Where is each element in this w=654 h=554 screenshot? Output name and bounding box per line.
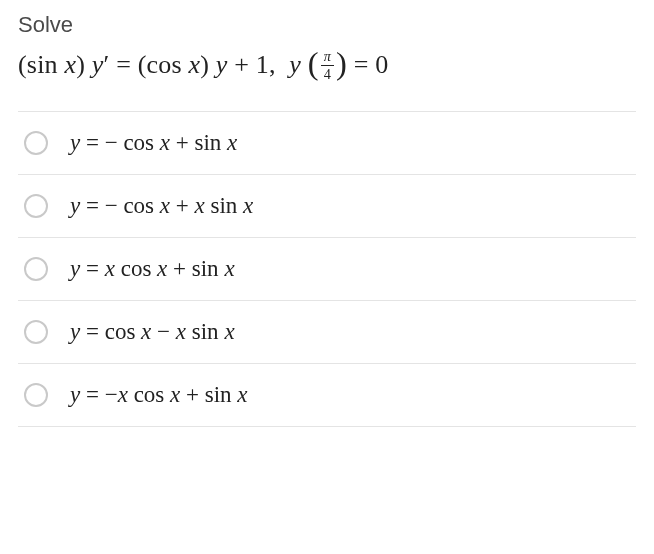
question-container: Solve (sin x) y′ = (cos x) y + 1, y (π4)… xyxy=(0,0,654,439)
question-equation: (sin x) y′ = (cos x) y + 1, y (π4) = 0 xyxy=(18,44,636,83)
option-row[interactable]: y = cos x − x sin x xyxy=(18,301,636,364)
option-row[interactable]: y = − cos x + sin x xyxy=(18,112,636,175)
option-row[interactable]: y = x cos x + sin x xyxy=(18,238,636,301)
radio-icon[interactable] xyxy=(24,131,48,155)
radio-icon[interactable] xyxy=(24,257,48,281)
option-row[interactable]: y = −x cos x + sin x xyxy=(18,364,636,427)
option-text: y = −x cos x + sin x xyxy=(70,382,248,408)
option-text: y = − cos x + sin x xyxy=(70,130,237,156)
option-text: y = − cos x + x sin x xyxy=(70,193,253,219)
option-text: y = cos x − x sin x xyxy=(70,319,235,345)
radio-icon[interactable] xyxy=(24,194,48,218)
prompt-label: Solve xyxy=(18,12,636,38)
option-text: y = x cos x + sin x xyxy=(70,256,235,282)
radio-icon[interactable] xyxy=(24,383,48,407)
radio-icon[interactable] xyxy=(24,320,48,344)
option-row[interactable]: y = − cos x + x sin x xyxy=(18,175,636,238)
options-list: y = − cos x + sin x y = − cos x + x sin … xyxy=(18,111,636,427)
